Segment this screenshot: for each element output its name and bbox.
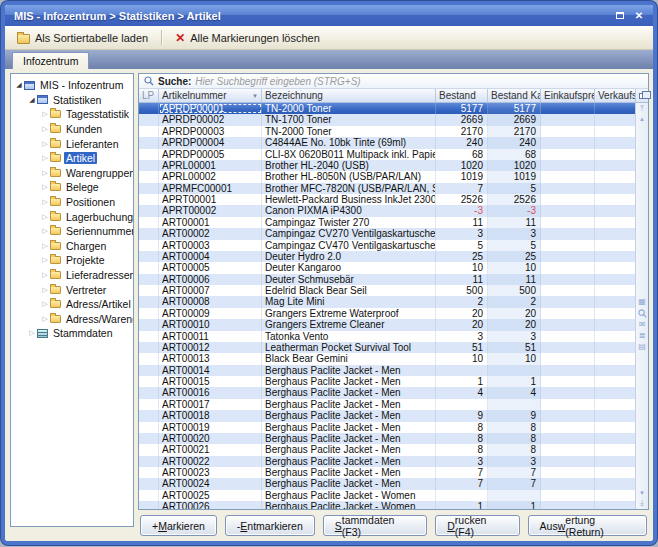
table-row[interactable]: APRDP00005CLI-8X 0620B011 Multipack inkl…	[139, 149, 635, 160]
email-icon[interactable]: ✉	[639, 321, 646, 329]
tree-item-mis-infozentrum[interactable]: ◢MIS - Infozentrum	[12, 78, 132, 93]
expand-arrow-icon[interactable]: ▷	[40, 314, 50, 324]
clear-marks-button[interactable]: ✕ Alle Markierungen löschen	[170, 30, 325, 46]
expand-arrow-icon[interactable]: ▷	[40, 168, 50, 178]
expand-arrow-icon[interactable]: ▷	[40, 255, 50, 265]
header-cell-verkaufspreis[interactable]: Verkaufspreis	[595, 89, 635, 102]
table-row[interactable]: ART00002Campingaz CV270 Ventilgaskartusc…	[139, 228, 635, 239]
zoom-icon[interactable]	[638, 309, 647, 318]
expand-arrow-icon[interactable]: ▷	[40, 270, 50, 280]
tab-infozentrum[interactable]: Infozentrum	[12, 52, 89, 69]
expand-arrow-icon[interactable]: ▷	[40, 139, 50, 149]
table-row[interactable]: ART00008Mag Lite Mini22	[139, 296, 635, 307]
table-row[interactable]: ART00015Berghaus Paclite Jacket - Men11	[139, 376, 635, 387]
collapse-arrow-icon[interactable]: ◢	[14, 80, 24, 90]
tree-item-tagesstatistik[interactable]: ▷Tagesstatistik	[12, 107, 132, 122]
header-cell-bestand-kalk[interactable]: Bestand Kalk.	[488, 89, 541, 102]
expand-arrow-icon[interactable]: ▷	[40, 109, 50, 119]
table-row[interactable]: ART00019Berghaus Paclite Jacket - Men88	[139, 422, 635, 433]
table-row[interactable]: ART00017Berghaus Paclite Jacket - Men	[139, 399, 635, 410]
tree-item-adress-warengruppen[interactable]: ▷Adress/Warengruppen	[12, 312, 132, 327]
button-entmarkieren[interactable]: - Entmarkieren	[225, 515, 315, 536]
tree-item-belege[interactable]: ▷Belege	[12, 180, 132, 195]
tree-item-adress-artikel[interactable]: ▷Adress/Artikel	[12, 297, 132, 312]
table-row[interactable]: ART00018Berghaus Paclite Jacket - Men99	[139, 410, 635, 421]
header-cell-bezeichnung[interactable]: Bezeichnung	[262, 89, 436, 102]
table-row[interactable]: ART00021Berghaus Paclite Jacket - Men88	[139, 444, 635, 455]
table-row[interactable]: APRDP00001TN-2000 Toner51775177	[139, 103, 635, 114]
table-row[interactable]: APRMFC00001Brother MFC-7820N (USB/PAR/LA…	[139, 183, 635, 194]
list-icon[interactable]: ≣	[639, 332, 646, 340]
table-row[interactable]: ART00010Grangers Extreme Cleaner2020	[139, 319, 635, 330]
table-row[interactable]: ART00025Berghaus Paclite Jacket - Women	[139, 490, 635, 501]
tree-item-artikel[interactable]: ▷Artikel	[12, 151, 132, 166]
header-cell-bestand[interactable]: Bestand	[436, 89, 488, 102]
close-button[interactable]: ✕	[631, 9, 647, 23]
scroll-bottom-icon[interactable]: ⤓	[640, 499, 644, 507]
table-row[interactable]: ART00020Berghaus Paclite Jacket - Men88	[139, 433, 635, 444]
table-row[interactable]: ART00007Edelrid Black Bear Seil500500	[139, 285, 635, 296]
expand-arrow-icon[interactable]: ▷	[40, 226, 50, 236]
table-row[interactable]: APRDP00002TN-1700 Toner26692669	[139, 114, 635, 125]
button-markieren[interactable]: + Markieren	[140, 515, 217, 536]
expand-arrow-icon[interactable]: ▷	[40, 299, 50, 309]
tree-item-chargen[interactable]: ▷Chargen	[12, 239, 132, 254]
expand-arrow-icon[interactable]: ▷	[40, 197, 50, 207]
expand-arrow-icon[interactable]: ▷	[40, 212, 50, 222]
tree-item-warengruppen[interactable]: ▷Warengruppen	[12, 166, 132, 181]
table-row[interactable]: ART00026Berghaus Paclite Jacket - Women1…	[139, 501, 635, 509]
table-row[interactable]: ART00016Berghaus Paclite Jacket - Men44	[139, 387, 635, 398]
table-row[interactable]: ART00004Deuter Hydro 2.02525	[139, 251, 635, 262]
expand-arrow-icon[interactable]: ▷	[40, 124, 50, 134]
scroll-down-icon[interactable]: ▼	[639, 490, 645, 496]
table-row[interactable]: ART00013Black Bear Gemini1010	[139, 353, 635, 364]
table-row[interactable]: APRT00002Canon PIXMA iP4300-3-3	[139, 205, 635, 216]
button-stammdaten-f3[interactable]: Stammdaten (F3)	[323, 515, 427, 536]
table-row[interactable]: APRDP00004C4844AE No. 10bk Tinte (69ml)2…	[139, 137, 635, 148]
tree-item-lieferadressen[interactable]: ▷Lieferadressen	[12, 268, 132, 283]
load-sort-table-button[interactable]: Als Sortiertabelle laden	[12, 30, 153, 46]
button-drucken-f4[interactable]: Drucken (F4)	[435, 515, 519, 536]
table-row[interactable]: ART00001Campingaz Twister 2701111	[139, 217, 635, 228]
tree-item-lagerbuchungen[interactable]: ▷Lagerbuchungen	[12, 209, 132, 224]
table-row[interactable]: ART00014Berghaus Paclite Jacket - Men	[139, 365, 635, 376]
expand-arrow-icon[interactable]: ▷	[40, 285, 50, 295]
expand-arrow-icon[interactable]: ▷	[27, 328, 37, 338]
button-auswertung-return[interactable]: Auswertung (Return)	[528, 515, 647, 536]
grid-view-icon[interactable]: ▦	[638, 298, 646, 306]
tree-item-positionen[interactable]: ▷Positionen	[12, 195, 132, 210]
details-icon[interactable]: ▤	[638, 343, 646, 351]
table-row[interactable]: ART00003Campingaz CV470 Ventilgaskartusc…	[139, 240, 635, 251]
restore-button[interactable]	[612, 9, 628, 23]
table-row[interactable]: ART00006Deuter Schmusebär1111	[139, 274, 635, 285]
expand-arrow-icon[interactable]: ▷	[40, 241, 50, 251]
tree-item-lieferanten[interactable]: ▷Lieferanten	[12, 136, 132, 151]
table-row[interactable]: ART00011Tatonka Vento33	[139, 331, 635, 342]
table-row[interactable]: ART00009Grangers Extreme Waterproof2020	[139, 308, 635, 319]
table-row[interactable]: APRDP00003TN-2000 Toner21702170	[139, 126, 635, 137]
scroll-top-icon[interactable]: ⤒	[640, 105, 644, 113]
table-row[interactable]: APRL00002Brother HL-8050N (USB/PAR/LAN)1…	[139, 171, 635, 182]
header-cell-lp[interactable]: LP	[139, 89, 159, 102]
collapse-arrow-icon[interactable]: ◢	[27, 95, 37, 105]
tree-item-statistiken[interactable]: ◢Statistiken	[12, 93, 132, 108]
tree-item-projekte[interactable]: ▷Projekte	[12, 253, 132, 268]
table-row[interactable]: ART00005Deuter Kangaroo1010	[139, 262, 635, 273]
scroll-up-icon[interactable]: ▲	[639, 116, 645, 122]
tree-item-vertreter[interactable]: ▷Vertreter	[12, 282, 132, 297]
tree-item-seriennummern[interactable]: ▷Seriennummern	[12, 224, 132, 239]
table-row[interactable]: APRT00001Hewlett-Packard Business InkJet…	[139, 194, 635, 205]
table-row[interactable]: APRL00001Brother HL-2040 (USB)10201020	[139, 160, 635, 171]
search-input[interactable]: Suche: Hier Suchbegriff eingeben (STRG+S…	[139, 74, 648, 89]
table-row[interactable]: ART00022Berghaus Paclite Jacket - Men33	[139, 456, 635, 467]
table-row[interactable]: ART00024Berghaus Paclite Jacket - Men77	[139, 478, 635, 489]
tree-item-stammdaten[interactable]: ▷Stammdaten	[12, 326, 132, 341]
expand-arrow-icon[interactable]: ▷	[40, 182, 50, 192]
column-chooser-button[interactable]	[635, 89, 648, 102]
table-row[interactable]: ART00023Berghaus Paclite Jacket - Men77	[139, 467, 635, 478]
expand-arrow-icon[interactable]: ▷	[40, 153, 50, 163]
tree-item-kunden[interactable]: ▷Kunden	[12, 122, 132, 137]
table-row[interactable]: ART00012Leatherman Pocket Survival Tool5…	[139, 342, 635, 353]
header-cell-einkaufspreis[interactable]: Einkaufspreis	[541, 89, 595, 102]
header-cell-artikelnummer[interactable]: Artikelnummer▼	[159, 89, 262, 102]
